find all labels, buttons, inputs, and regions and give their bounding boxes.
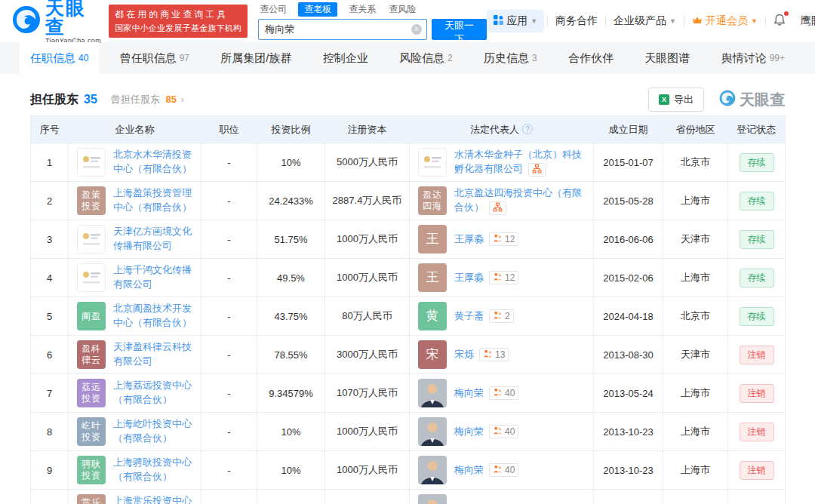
partner-chip[interactable]: 40 (489, 463, 518, 477)
status-cell: 注销 (728, 451, 786, 490)
company-name-link[interactable]: 北京阖盈技术开发中心（有限合伙） (113, 302, 196, 330)
nav-tab-8[interactable]: 天眼图谱 (634, 42, 700, 74)
invest-ratio-cell: 10% (257, 451, 325, 490)
nav-tab-5[interactable]: 风险信息2 (389, 42, 463, 74)
column-header: 注册资本 (325, 116, 410, 143)
registered-capital-cell: 1000万人民币 (325, 451, 410, 490)
nav-tabbar: 任职信息40曾任职信息97所属集团/族群控制企业风险信息2历史信息3合作伙伴天眼… (0, 42, 815, 74)
company-name-link[interactable]: 天津亿方画境文化传播有限公司 (113, 225, 196, 254)
partner-chip[interactable]: 40 (489, 425, 518, 438)
menu-apps[interactable]: 应用 ▼ (487, 10, 544, 32)
legal-rep-link[interactable]: 梅向荣 (454, 387, 484, 398)
nav-tab-3[interactable]: 所属集团/族群 (210, 42, 302, 74)
tianyancha-watermark: 天眼查 (719, 90, 785, 110)
company-name-link[interactable]: 上海屹叶投资中心（有限合伙） (113, 417, 196, 446)
legal-rep-link[interactable]: 王厚淼 (454, 272, 484, 283)
company-name-link[interactable]: 上海盈策投资管理中心（有限合伙） (113, 186, 196, 215)
partner-count: 12 (505, 272, 515, 283)
former-shareholder-link[interactable]: 曾担任股东 85 › (111, 93, 184, 106)
tianyancha-logo[interactable]: 天眼查 TianYanCha.com (12, 0, 101, 45)
menu-enterprise-products[interactable]: 企业级产品 ▼ (606, 14, 684, 28)
legal-rep-link[interactable]: 水清木华金种子（北京）科技孵化器有限公司 (454, 149, 582, 174)
establish-date-cell: 2013-10-23 (594, 413, 663, 451)
logo-title: 天眼查 (45, 0, 101, 36)
org-chart-chip[interactable] (528, 163, 546, 177)
invest-ratio-cell: 10% (257, 143, 325, 182)
main-content: 担任股东 35 曾担任股东 85 › X 导出 天眼查 (0, 86, 815, 504)
company-name-link[interactable]: 上海荔远投资中心（有限合伙） (113, 379, 196, 407)
person-photo-avatar (418, 379, 447, 407)
company-text-avatar: 王 (418, 225, 447, 254)
search-block: 查公司查老板查关系查风险 × 天眼一下 (258, 2, 487, 40)
search-tab-3[interactable]: 查关系 (347, 2, 377, 17)
partner-chip[interactable]: 12 (489, 271, 518, 284)
partner-chip[interactable]: 13 (479, 348, 509, 361)
menu-business-coop[interactable]: 商务合作 (548, 14, 605, 28)
nav-tab-4[interactable]: 控制企业 (312, 42, 379, 74)
partner-chip-icon (493, 272, 503, 284)
partner-count: 40 (505, 465, 515, 475)
topbar: 天眼查 TianYanCha.com 都在用的商业查询工具 国家中小企业发展子基… (0, 0, 815, 42)
region-cell: 上海市 (663, 451, 728, 490)
legal-rep-link[interactable]: 黄子斋 (454, 310, 484, 321)
registered-capital-cell: 1070万人民币 (325, 374, 410, 413)
establish-date-cell: 2013-08-30 (594, 336, 663, 374)
watermark-label: 天眼查 (740, 90, 785, 110)
row-index: 1 (31, 143, 69, 182)
search-button[interactable]: 天眼一下 (432, 19, 487, 40)
partner-chip[interactable]: 40 (489, 386, 518, 400)
invest-ratio-cell: 10% (257, 413, 325, 451)
notification-bell-icon[interactable] (766, 14, 793, 29)
export-button[interactable]: X 导出 (648, 88, 704, 112)
table-row: 10赏乐投资上海赏乐投资中心（有限合伙） (31, 490, 786, 504)
company-name-link[interactable]: 北京水木华清投资中心（有限合伙） (113, 148, 196, 177)
search-input[interactable] (258, 19, 427, 40)
export-label: 导出 (674, 93, 694, 106)
column-header: 职位 (201, 116, 257, 143)
nav-tab-6[interactable]: 历史信息3 (473, 42, 548, 74)
company-text-avatar: 盈科律云 (77, 340, 106, 369)
legal-rep-link[interactable]: 梅向荣 (454, 464, 484, 475)
legal-rep-link[interactable]: 梅向荣 (454, 426, 484, 437)
company-text-avatar: 屹叶投资 (77, 417, 106, 446)
partner-chip[interactable]: 12 (489, 232, 518, 246)
menu-vip-upgrade[interactable]: 开通会员 ▼ (684, 14, 765, 28)
org-chart-chip[interactable] (489, 201, 506, 215)
help-icon[interactable]: ? (522, 124, 533, 134)
partner-chip-icon (493, 426, 503, 438)
nav-tab-1[interactable]: 任职信息40 (20, 42, 99, 74)
search-tab-4[interactable]: 查风险 (387, 2, 417, 17)
partner-chip[interactable]: 2 (489, 309, 514, 323)
status-cell: 存续 (728, 182, 786, 220)
status-badge: 存续 (740, 153, 774, 172)
legal-rep-link[interactable]: 宋烁 (454, 349, 474, 360)
status-cell: 注销 (728, 336, 786, 374)
company-name-link[interactable]: 天津盈科律云科技有限公司 (113, 340, 196, 369)
company-name-link[interactable]: 上海千鸿文化传播有限公司 (113, 263, 196, 292)
search-tab-1[interactable]: 查公司 (258, 2, 288, 17)
nav-tab-label: 任职信息 (30, 51, 75, 66)
status-cell: 存续 (728, 220, 786, 259)
status-badge: 注销 (740, 461, 774, 480)
table-row: 5阖盈北京阖盈技术开发中心（有限合伙）-43.75%80万人民币黄黄子斋2202… (31, 297, 786, 336)
company-name-link[interactable]: 上海骋耿投资中心（有限合伙） (113, 456, 196, 484)
clear-input-icon[interactable]: × (411, 24, 422, 35)
person-photo-avatar (418, 417, 447, 446)
nav-tab-2[interactable]: 曾任职信息97 (109, 42, 200, 74)
nav-tab-9[interactable]: 舆情讨论99+ (711, 42, 795, 74)
company-name-link[interactable]: 上海赏乐投资中心（有限合伙） (113, 494, 196, 504)
invest-ratio-cell: 43.75% (257, 297, 325, 336)
menu-eagle-eye[interactable]: 鹰眼 ▼ (793, 14, 815, 28)
search-tab-2[interactable]: 查老板 (298, 2, 337, 17)
invest-ratio-cell: 24.2433% (257, 182, 325, 220)
promo-line2: 国家中小企业发展子基金旗下机构 (115, 23, 241, 34)
nav-tab-7[interactable]: 合作伙伴 (558, 42, 624, 74)
legal-rep-link[interactable]: 北京盈达四海投资中心（有限合伙） (454, 187, 582, 213)
position-cell: - (201, 336, 257, 374)
registered-capital-cell (325, 490, 410, 504)
legal-rep-link[interactable]: 王厚淼 (454, 233, 484, 244)
row-index: 10 (31, 490, 69, 504)
crown-icon (692, 15, 703, 27)
position-cell: - (201, 413, 257, 451)
registered-capital-cell: 3000万人民币 (325, 336, 410, 374)
